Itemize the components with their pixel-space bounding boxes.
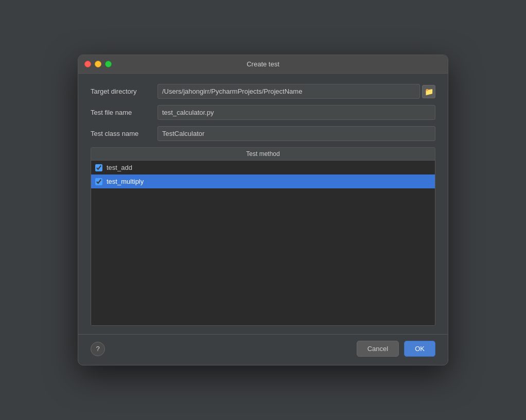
test-file-name-wrapper [157, 105, 435, 120]
test-method-list: test_add test_multiply [91, 161, 435, 325]
test-method-section: Test method test_add test_multiply [91, 147, 435, 326]
cancel-button[interactable]: Cancel [357, 341, 399, 357]
dialog-body: Target directory 📁 Test file name Test c… [78, 74, 448, 334]
target-directory-wrapper: 📁 [157, 84, 435, 99]
maximize-button[interactable] [105, 61, 112, 67]
test-method-header: Test method [91, 148, 435, 161]
dialog-title: Create test [247, 60, 279, 68]
target-directory-label: Target directory [91, 87, 157, 95]
test-class-name-row: Test class name [91, 126, 435, 141]
close-button[interactable] [84, 61, 91, 67]
test-multiply-checkbox[interactable] [95, 178, 102, 185]
list-item[interactable]: test_add [91, 161, 435, 174]
minimize-button[interactable] [95, 61, 101, 67]
test-class-name-label: Test class name [91, 130, 157, 137]
list-item[interactable]: test_multiply [91, 174, 435, 188]
test-add-label: test_add [107, 164, 132, 171]
help-button[interactable]: ? [91, 342, 105, 356]
test-class-name-input[interactable] [157, 126, 435, 141]
ok-button[interactable]: OK [404, 341, 435, 357]
test-file-name-label: Test file name [91, 109, 157, 116]
create-test-dialog: Create test Target directory 📁 Test file… [78, 55, 448, 365]
traffic-lights [84, 61, 112, 67]
folder-icon: 📁 [425, 87, 433, 96]
test-file-name-input[interactable] [157, 105, 435, 120]
test-multiply-label: test_multiply [107, 178, 144, 185]
target-directory-input[interactable] [157, 84, 420, 99]
target-directory-row: Target directory 📁 [91, 84, 435, 99]
test-file-name-row: Test file name [91, 105, 435, 120]
footer-buttons: Cancel OK [357, 341, 435, 357]
test-class-name-wrapper [157, 126, 435, 141]
target-directory-browse-button[interactable]: 📁 [422, 85, 435, 98]
dialog-footer: ? Cancel OK [78, 334, 448, 365]
test-add-checkbox[interactable] [95, 164, 102, 171]
title-bar: Create test [78, 55, 448, 74]
